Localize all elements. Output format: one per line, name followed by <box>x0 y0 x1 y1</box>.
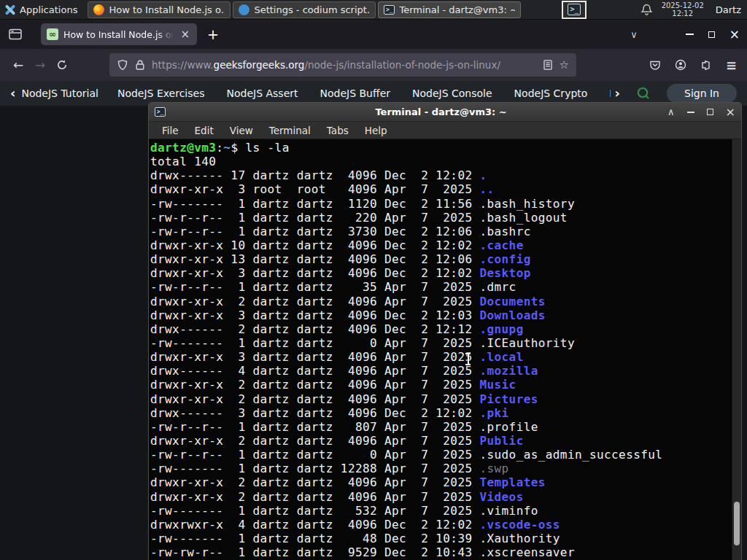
menu-icon[interactable]: ≡ <box>726 58 737 73</box>
forward-button[interactable]: → <box>29 54 51 76</box>
terminal-menu-edit[interactable]: Edit <box>187 123 221 138</box>
terminal-title: Terminal - dartz@vm3: ~ <box>375 106 506 117</box>
system-panel: Applications How to Install Node.js o...… <box>0 0 747 20</box>
terminal-menu-file[interactable]: File <box>155 123 186 138</box>
terminal-line: -rw-rw-r-- 1 dartz dartz 9529 Dec 2 10:4… <box>150 545 741 559</box>
sitenav-item[interactable]: NodeJS Console <box>412 88 492 99</box>
sitenav-item[interactable]: NodeJS DNS <box>609 88 610 99</box>
taskbar-window-button[interactable]: How to Install Node.js o... <box>88 1 231 18</box>
url-text[interactable]: https://www.geeksforgeeks.org/node-js/in… <box>152 59 536 71</box>
terminal-line: drwx------ 17 dartz dartz 4096 Dec 2 12:… <box>150 168 741 182</box>
browser-tab-bar: ∞ How to Install Node.js on × + ∨ × <box>0 20 747 49</box>
terminal-line: drwxrwxr-x 4 dartz dartz 4096 Dec 2 12:0… <box>150 518 741 532</box>
terminal-menu-view[interactable]: View <box>222 123 260 138</box>
terminal-line: -rw-r--r-- 1 dartz dartz 220 Apr 7 2025 … <box>150 211 741 225</box>
tab-title: How to Install Node.js on <box>63 29 174 40</box>
chevron-right-icon[interactable]: › <box>615 88 620 98</box>
terminal-scrollbar[interactable] <box>732 139 741 560</box>
terminal-line: drwx------ 4 dartz dartz 4096 Apr 7 2025… <box>150 364 741 378</box>
terminal-scrollbar-thumb[interactable] <box>734 502 740 545</box>
new-tab-button[interactable]: + <box>207 26 219 42</box>
terminal-window: >_ Terminal - dartz@vm3: ~ ∧ × FileEditV… <box>148 102 742 560</box>
text-cursor-pointer <box>465 353 471 365</box>
terminal-line: drwxr-xr-x 3 dartz dartz 4096 Apr 7 2025… <box>150 350 741 364</box>
terminal-line: drwx------ 2 dartz dartz 4096 Dec 2 12:1… <box>150 322 741 336</box>
sign-in-button[interactable]: Sign In <box>667 84 737 103</box>
lock-icon[interactable] <box>134 59 146 71</box>
terminal-menu-terminal[interactable]: Terminal <box>262 123 318 138</box>
tab-close-button[interactable]: × <box>179 28 191 41</box>
reader-view-icon[interactable] <box>542 59 554 71</box>
terminal-menu-help[interactable]: Help <box>357 123 395 138</box>
notifications-bell-icon[interactable] <box>640 4 653 16</box>
terminal-line: dartz@vm3:~$ ls -la <box>150 141 741 155</box>
terminal-line: drwxr-xr-x 2 dartz dartz 4096 Apr 7 2025… <box>150 392 741 406</box>
account-icon[interactable] <box>675 59 686 71</box>
terminal-titlebar[interactable]: >_ Terminal - dartz@vm3: ~ ∧ × <box>149 103 741 122</box>
list-all-tabs-button[interactable]: ∨ <box>630 29 638 40</box>
terminal-line: -rw------- 1 dartz dartz 48 Dec 2 10:39 … <box>150 532 741 545</box>
window-switcher-terminal-icon[interactable]: >_ <box>562 1 587 19</box>
terminal-line: -rw------- 1 dartz dartz 532 Apr 7 2025 … <box>150 504 741 518</box>
save-to-pocket-icon[interactable] <box>649 59 661 71</box>
browser-minimize-button[interactable] <box>686 34 694 35</box>
reload-button[interactable] <box>51 54 73 76</box>
terminal-line: drwx------ 3 dartz dartz 4096 Dec 2 12:0… <box>150 406 741 420</box>
desktop: Applications How to Install Node.js o...… <box>0 0 747 560</box>
terminal-icon: >_ <box>568 4 581 15</box>
terminal-line: drwxr-xr-x 10 dartz dartz 4096 Dec 2 12:… <box>150 238 741 252</box>
sitenav-item[interactable]: NodeJS Assert <box>226 88 298 99</box>
browser-toolbar: ← → https://www.geeksforgeeks.org/node-j… <box>0 49 747 81</box>
terminal-line: -rw------- 1 dartz dartz 0 Apr 7 2025 .I… <box>150 336 741 350</box>
browser-close-button[interactable]: × <box>729 28 740 41</box>
applications-menu-label: Applications <box>20 4 77 15</box>
chevron-left-icon: ‹ <box>10 88 15 98</box>
browser-maximize-button[interactable] <box>708 31 715 38</box>
bookmark-star-icon[interactable]: ☆ <box>560 58 569 71</box>
back-button[interactable]: ← <box>7 54 29 76</box>
terminal-line: drwxr-xr-x 2 dartz dartz 4096 Apr 7 2025… <box>150 378 741 392</box>
search-icon[interactable] <box>636 86 651 101</box>
taskbar-window-title: Settings - codium script... <box>254 4 370 15</box>
extensions-icon[interactable] <box>700 59 712 71</box>
terminal-screen[interactable]: dartz@vm3:~$ ls -latotal 140drwx------ 1… <box>149 139 741 560</box>
sitenav-back-label: NodeJS Tutorial <box>21 88 98 99</box>
terminal-line: -rw------- 1 dartz dartz 12288 Apr 7 202… <box>150 462 741 475</box>
sitenav-back-link[interactable]: ‹ NodeJS Tutorial <box>10 88 98 99</box>
browser-tab-active[interactable]: ∞ How to Install Node.js on × <box>41 23 197 45</box>
terminal-line: drwxr-xr-x 2 dartz dartz 4096 Apr 7 2025… <box>150 490 741 504</box>
terminal-maximize-button[interactable] <box>707 109 713 115</box>
clock[interactable]: 2025-12-02 12:12 <box>662 1 704 18</box>
sitenav-items: NodeJS ExercisesNodeJS AssertNodeJS Buff… <box>117 88 611 99</box>
terminal-line: -rw-r--r-- 1 dartz dartz 0 Apr 7 2025 .s… <box>150 448 741 462</box>
tracking-protection-shield-icon[interactable] <box>117 59 128 71</box>
terminal-line: -rw------- 1 dartz dartz 1120 Dec 2 11:5… <box>150 197 741 211</box>
terminal-line: drwxr-xr-x 13 dartz dartz 4096 Dec 2 12:… <box>150 252 741 266</box>
taskbar: How to Install Node.js o...Settings - co… <box>88 1 521 18</box>
taskbar-window-button[interactable]: >_Terminal - dartz@vm3: ~ <box>378 1 521 18</box>
terminal-minimize-button[interactable] <box>687 112 694 113</box>
clock-time: 12:12 <box>662 9 704 18</box>
terminal-line: total 140 <box>150 155 741 168</box>
taskbar-window-button[interactable]: Settings - codium script... <box>233 1 376 18</box>
terminal-line: drwxr-xr-x 2 dartz dartz 4096 Apr 7 2025… <box>150 434 741 448</box>
terminal-rollup-button[interactable]: ∧ <box>667 107 675 117</box>
terminal-line: -rw-r--r-- 1 dartz dartz 35 Apr 7 2025 .… <box>150 280 741 294</box>
terminal-line: drwxr-xr-x 2 dartz dartz 4096 Apr 7 2025… <box>150 475 741 489</box>
terminal-line: drwxr-xr-x 3 dartz dartz 4096 Dec 2 12:0… <box>150 308 741 322</box>
terminal-menu-tabs[interactable]: Tabs <box>320 123 356 138</box>
sitenav-item[interactable]: NodeJS Buffer <box>320 88 391 99</box>
vscodium-icon <box>239 4 249 15</box>
applications-menu-button[interactable]: Applications <box>0 0 85 20</box>
session-user-menu[interactable]: Dartz <box>713 4 741 15</box>
firefox-view-icon[interactable] <box>7 26 23 42</box>
terminal-icon: >_ <box>384 5 395 15</box>
sitenav-item[interactable]: NodeJS Crypto <box>514 88 588 99</box>
url-bar[interactable]: https://www.geeksforgeeks.org/node-js/in… <box>109 53 576 77</box>
terminal-close-button[interactable]: × <box>726 107 735 117</box>
terminal-icon: >_ <box>155 107 166 117</box>
sitenav-item[interactable]: NodeJS Exercises <box>117 88 205 99</box>
taskbar-window-title: Terminal - dartz@vm3: ~ <box>399 4 515 15</box>
clock-date: 2025-12-02 <box>662 1 704 9</box>
terminal-menubar: FileEditViewTerminalTabsHelp <box>149 122 741 139</box>
